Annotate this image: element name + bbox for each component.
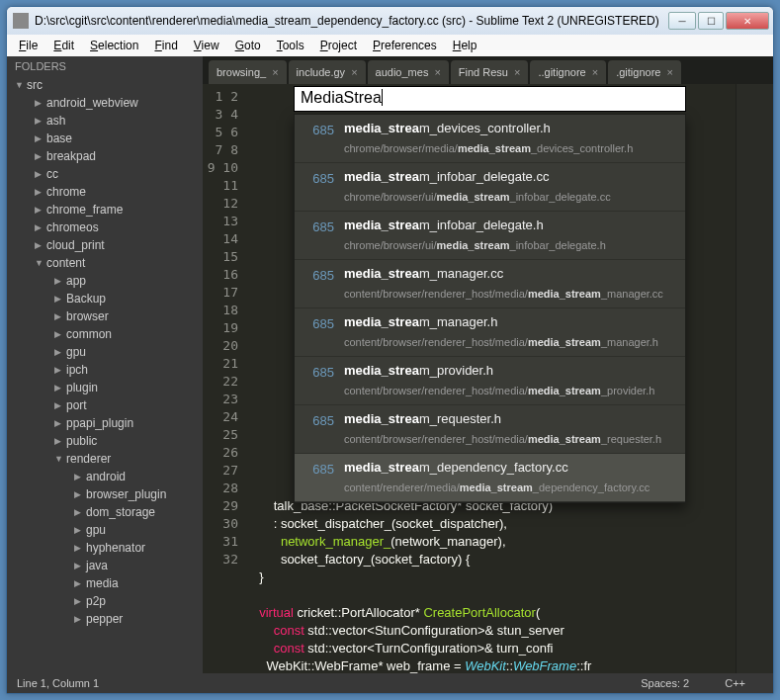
menu-file[interactable]: File	[11, 37, 45, 54]
folder-src[interactable]: ▼src	[7, 76, 203, 94]
disclosure-arrow-icon: ▶	[54, 329, 64, 339]
folder-port[interactable]: ▶port	[7, 396, 203, 414]
disclosure-arrow-icon: ▶	[54, 311, 64, 321]
menubar: FileEditSelectionFindViewGotoToolsProjec…	[7, 35, 773, 56]
tab-close-icon[interactable]: ×	[592, 66, 598, 78]
folder-media[interactable]: ▶media	[7, 574, 203, 592]
folder-java[interactable]: ▶java	[7, 557, 203, 574]
folder-hyphenator[interactable]: ▶hyphenator	[7, 539, 203, 557]
disclosure-arrow-icon: ▼	[54, 454, 64, 464]
goto-result[interactable]: 685media_stream_manager.cccontent/browse…	[295, 260, 685, 308]
folder-base[interactable]: ▶base	[7, 130, 203, 147]
goto-result[interactable]: 685media_stream_requester.hcontent/brows…	[295, 405, 685, 454]
app-icon	[13, 13, 29, 29]
tab[interactable]: .gitignore×	[608, 60, 681, 84]
tab-close-icon[interactable]: ×	[514, 66, 520, 78]
maximize-button[interactable]: ☐	[698, 12, 724, 30]
menu-goto[interactable]: Goto	[227, 37, 269, 54]
folder-android[interactable]: ▶android	[7, 468, 203, 485]
folder-content[interactable]: ▼content	[7, 254, 203, 272]
editor-area: browsing_×include.gy×audio_mes×Find Resu…	[203, 56, 773, 673]
folder-ppapi_plugin[interactable]: ▶ppapi_plugin	[7, 414, 203, 432]
folder-ash[interactable]: ▶ash	[7, 112, 203, 130]
folder-browser_plugin[interactable]: ▶browser_plugin	[7, 485, 203, 503]
disclosure-arrow-icon: ▶	[74, 472, 84, 481]
folder-chromeos[interactable]: ▶chromeos	[7, 219, 203, 236]
folder-pepper[interactable]: ▶pepper	[7, 610, 203, 628]
tab[interactable]: audio_mes×	[368, 60, 449, 84]
disclosure-arrow-icon: ▼	[35, 258, 44, 268]
goto-score: 685	[304, 120, 334, 157]
tab-close-icon[interactable]: ×	[351, 66, 357, 78]
tab[interactable]: include.gy×	[289, 60, 366, 84]
disclosure-arrow-icon: ▶	[54, 436, 64, 446]
disclosure-arrow-icon: ▶	[35, 151, 44, 161]
menu-find[interactable]: Find	[146, 37, 185, 54]
folder-cc[interactable]: ▶cc	[7, 165, 203, 183]
folder-tree: ▼src▶android_webview▶ash▶base▶breakpad▶c…	[7, 76, 203, 673]
folder-plugin[interactable]: ▶plugin	[7, 379, 203, 396]
close-button[interactable]: ✕	[726, 12, 769, 30]
status-indent[interactable]: Spaces: 2	[623, 677, 707, 689]
goto-score: 685	[304, 168, 334, 206]
folder-gpu[interactable]: ▶gpu	[7, 343, 203, 361]
status-syntax[interactable]: C++	[707, 677, 763, 689]
disclosure-arrow-icon: ▶	[74, 543, 84, 553]
menu-edit[interactable]: Edit	[45, 37, 82, 54]
folder-Backup[interactable]: ▶Backup	[7, 290, 203, 307]
disclosure-arrow-icon: ▶	[54, 400, 64, 410]
folder-p2p[interactable]: ▶p2p	[7, 592, 203, 610]
goto-result[interactable]: 685media_stream_infobar_delegate.hchrome…	[295, 212, 685, 260]
folder-public[interactable]: ▶public	[7, 432, 203, 450]
menu-selection[interactable]: Selection	[82, 37, 146, 54]
tab[interactable]: Find Resu×	[451, 60, 529, 84]
tab-close-icon[interactable]: ×	[434, 66, 440, 78]
folder-ipch[interactable]: ▶ipch	[7, 361, 203, 379]
goto-result[interactable]: 685media_stream_provider.hcontent/browse…	[295, 357, 685, 405]
folder-chrome[interactable]: ▶chrome	[7, 183, 203, 201]
tab[interactable]: browsing_×	[209, 60, 287, 84]
goto-score: 685	[304, 410, 334, 448]
menu-project[interactable]: Project	[312, 37, 365, 54]
folder-renderer[interactable]: ▼renderer	[7, 450, 203, 468]
goto-anything-input[interactable]: MediaStrea	[294, 86, 686, 112]
disclosure-arrow-icon: ▶	[74, 525, 84, 535]
status-position[interactable]: Line 1, Column 1	[17, 677, 99, 689]
folder-cloud_print[interactable]: ▶cloud_print	[7, 236, 203, 254]
minimap[interactable]	[736, 84, 773, 673]
folder-common[interactable]: ▶common	[7, 325, 203, 343]
folder-chrome_frame[interactable]: ▶chrome_frame	[7, 201, 203, 219]
disclosure-arrow-icon: ▶	[35, 222, 44, 232]
goto-result[interactable]: 685media_stream_devices_controller.hchro…	[295, 115, 685, 163]
folder-android_webview[interactable]: ▶android_webview	[7, 94, 203, 112]
goto-result[interactable]: 685media_stream_infobar_delegate.ccchrom…	[295, 163, 685, 212]
folder-browser[interactable]: ▶browser	[7, 307, 203, 325]
goto-result[interactable]: 685media_stream_manager.hcontent/browser…	[295, 308, 685, 357]
titlebar[interactable]: D:\src\cgit\src\content\renderer\media\m…	[7, 7, 773, 35]
folder-breakpad[interactable]: ▶breakpad	[7, 147, 203, 165]
disclosure-arrow-icon: ▶	[54, 365, 64, 375]
sidebar: FOLDERS ▼src▶android_webview▶ash▶base▶br…	[7, 56, 203, 673]
goto-score: 685	[304, 313, 334, 351]
menu-preferences[interactable]: Preferences	[365, 37, 445, 54]
menu-view[interactable]: View	[186, 37, 227, 54]
folder-gpu[interactable]: ▶gpu	[7, 521, 203, 539]
code-area[interactable]: talk_base::PacketSocketFactory* socket_f…	[246, 84, 736, 673]
goto-score: 685	[304, 362, 334, 399]
minimize-button[interactable]: ─	[668, 12, 696, 30]
disclosure-arrow-icon: ▶	[74, 507, 84, 517]
folder-app[interactable]: ▶app	[7, 272, 203, 290]
disclosure-arrow-icon: ▶	[35, 116, 44, 126]
goto-result[interactable]: 685media_stream_dependency_factory.cccon…	[295, 454, 685, 502]
tab-close-icon[interactable]: ×	[666, 66, 672, 78]
tab-close-icon[interactable]: ×	[272, 66, 278, 78]
disclosure-arrow-icon: ▶	[54, 294, 64, 304]
tab[interactable]: ..gitignore×	[530, 60, 606, 84]
folder-dom_storage[interactable]: ▶dom_storage	[7, 503, 203, 521]
disclosure-arrow-icon: ▶	[74, 561, 84, 570]
disclosure-arrow-icon: ▶	[35, 169, 44, 179]
menu-tools[interactable]: Tools	[269, 37, 312, 54]
disclosure-arrow-icon: ▶	[74, 578, 84, 588]
menu-help[interactable]: Help	[445, 37, 485, 54]
goto-anything-results: 685media_stream_devices_controller.hchro…	[294, 114, 686, 503]
